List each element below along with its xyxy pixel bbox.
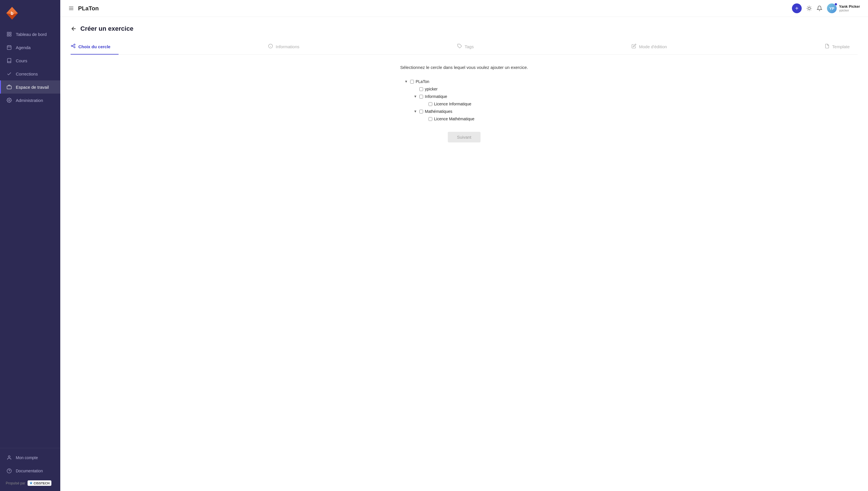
checkbox-ypicker[interactable]: [419, 87, 423, 91]
theme-button[interactable]: [806, 5, 812, 11]
svg-line-34: [72, 46, 74, 47]
svg-rect-7: [10, 35, 11, 36]
settings-icon: [7, 97, 12, 103]
svg-point-32: [74, 47, 75, 48]
step-label: Tags: [465, 44, 474, 49]
svg-point-13: [9, 99, 10, 101]
sidebar-item-label: Documentation: [16, 469, 43, 473]
briefcase-icon: [7, 84, 12, 90]
topbar-right: + YP Yank Picker ypicker: [792, 3, 860, 13]
tree-row-informatique[interactable]: ▼ Informatique: [404, 93, 525, 100]
step-label: Choix du cercle: [78, 44, 111, 49]
user-circle-icon: [7, 455, 12, 460]
svg-rect-4: [7, 32, 9, 34]
sidebar-item-espace-de-travail[interactable]: Espace de travail: [0, 80, 60, 94]
step-tags[interactable]: Tags: [457, 41, 482, 55]
svg-point-30: [71, 46, 72, 47]
tree-row-mathematiques[interactable]: ▼ Mathématiques: [404, 108, 525, 115]
tree-row-licence-informatique[interactable]: ▶ Licence Informatique: [404, 100, 525, 108]
checkbox-informatique[interactable]: [419, 95, 423, 98]
user-login: ypicker: [839, 9, 860, 12]
info-icon: [268, 44, 273, 50]
sidebar: b Tableau de bord Agenda Cours Correctio…: [0, 0, 60, 491]
add-icon: +: [795, 5, 799, 12]
tree-row-ypicker[interactable]: ▶ ypicker: [404, 85, 525, 93]
grid-icon: [7, 32, 12, 37]
powered-by-text: Propulsé par: [6, 481, 25, 485]
tree-instruction: Sélectionnez le cercle dans lequel vous …: [400, 65, 528, 70]
sidebar-item-label: Agenda: [16, 45, 31, 50]
sidebar-item-label: Administration: [16, 98, 43, 103]
add-button[interactable]: +: [792, 3, 802, 13]
hamburger-button[interactable]: [68, 5, 74, 11]
svg-rect-6: [7, 35, 9, 36]
topbar-left: PLaTon: [68, 5, 99, 12]
sidebar-item-cours[interactable]: Cours: [0, 54, 60, 67]
avatar-initials: YP: [829, 6, 834, 11]
tree-row-platon[interactable]: ▼ PLaTon: [404, 78, 525, 85]
checkbox-platon[interactable]: [410, 80, 414, 84]
sidebar-nav: Tableau de bord Agenda Cours Corrections…: [0, 25, 60, 448]
tree-label-informatique: Informatique: [425, 94, 447, 99]
user-name: Yank Picker: [839, 4, 860, 9]
checkmark-icon: [7, 71, 12, 76]
avatar: YP: [827, 3, 837, 13]
step-informations[interactable]: Informations: [268, 41, 307, 55]
step-label: Informations: [275, 44, 299, 49]
tag-icon: [457, 44, 462, 50]
back-button[interactable]: [70, 26, 77, 32]
sidebar-item-label: Tableau de bord: [16, 32, 47, 37]
step-label: Mode d'édition: [639, 44, 667, 49]
sidebar-bottom: Mon compte Documentation Propulsé par ★ …: [0, 448, 60, 491]
page-title: Créer un exercice: [80, 25, 133, 32]
file-icon: [825, 44, 830, 50]
checkbox-licence-mathematique[interactable]: [428, 117, 432, 121]
sidebar-item-label: Mon compte: [16, 455, 38, 460]
svg-point-20: [808, 7, 810, 9]
svg-line-27: [807, 10, 808, 10]
sidebar-item-agenda[interactable]: Agenda: [0, 41, 60, 54]
checkbox-licence-informatique[interactable]: [428, 102, 432, 106]
hamburger-icon: [68, 5, 74, 11]
platon-logo: b: [5, 6, 19, 20]
user-profile[interactable]: YP Yank Picker ypicker: [827, 3, 860, 13]
next-button[interactable]: Suivant: [448, 132, 480, 142]
question-circle-icon: [7, 468, 12, 473]
sidebar-item-corrections[interactable]: Corrections: [0, 67, 60, 80]
checkbox-mathematiques[interactable]: [419, 110, 423, 113]
toggle-platon[interactable]: ▼: [404, 79, 409, 84]
sidebar-item-mon-compte[interactable]: Mon compte: [0, 451, 60, 464]
tree-label-ypicker: ypicker: [425, 87, 438, 91]
back-arrow-icon: [70, 26, 77, 32]
sidebar-item-label: Cours: [16, 58, 27, 63]
tree-label-mathematiques: Mathématiques: [425, 109, 452, 114]
notifications-button[interactable]: [817, 5, 822, 11]
svg-point-14: [8, 456, 10, 457]
tree-label-licence-informatique: Licence Informatique: [434, 102, 471, 106]
sidebar-item-documentation[interactable]: Documentation: [0, 464, 60, 478]
app-title: PLaTon: [78, 5, 99, 12]
svg-rect-5: [10, 32, 11, 34]
svg-text:b: b: [11, 11, 13, 16]
sidebar-item-tableau-de-bord[interactable]: Tableau de bord: [0, 28, 60, 41]
tree-label-platon: PLaTon: [416, 79, 429, 84]
sidebar-item-administration[interactable]: Administration: [0, 94, 60, 107]
svg-point-31: [74, 44, 75, 46]
book-icon: [7, 58, 12, 63]
svg-line-24: [811, 10, 811, 10]
user-info: Yank Picker ypicker: [839, 4, 860, 12]
stepper: Choix du cercle Informations Tags: [70, 40, 858, 55]
powered-by: Propulsé par ★ CISSTECH: [0, 478, 60, 488]
sidebar-item-label: Espace de travail: [16, 85, 49, 90]
tree-row-licence-mathematique[interactable]: ▶ Licence Mathématique: [404, 115, 525, 123]
step-template[interactable]: Template: [825, 41, 858, 55]
page-header: Créer un exercice: [70, 25, 858, 32]
step-label: Template: [832, 44, 850, 49]
toggle-mathematiques[interactable]: ▼: [413, 109, 418, 114]
step-mode-edition[interactable]: Mode d'édition: [631, 41, 675, 55]
svg-rect-12: [7, 86, 11, 89]
toggle-informatique[interactable]: ▼: [413, 94, 418, 99]
topbar: PLaTon + YP Yank Picker ypicker: [60, 0, 868, 17]
step-choix-du-cercle[interactable]: Choix du cercle: [70, 40, 119, 55]
calendar-icon: [7, 45, 12, 50]
